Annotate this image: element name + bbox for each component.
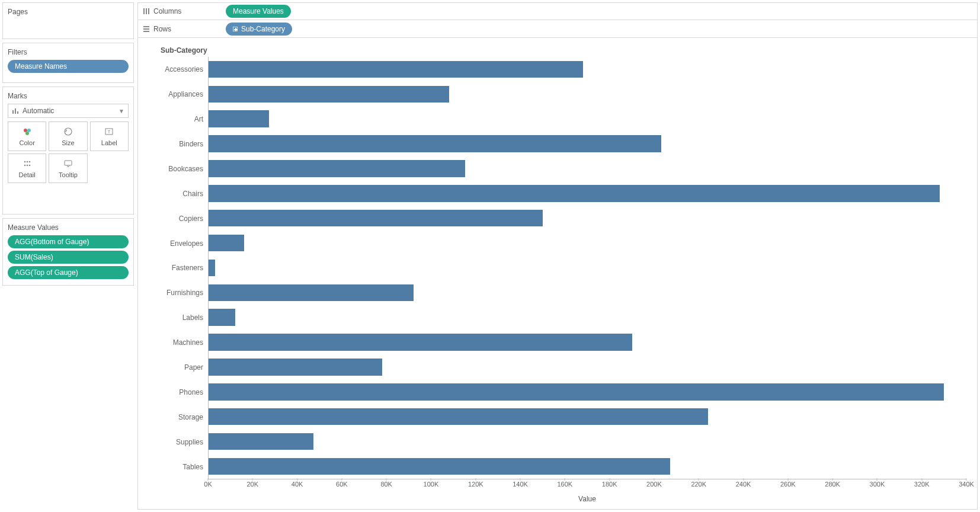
y-axis-category-label: Supplies bbox=[149, 430, 208, 455]
marks-card: Marks Automatic ▼ Color Size bbox=[2, 87, 134, 215]
x-axis-tick-label: 340K bbox=[959, 481, 974, 488]
svg-point-11 bbox=[28, 161, 30, 163]
marks-size-button[interactable]: Size bbox=[49, 121, 87, 151]
expand-icon bbox=[233, 27, 238, 31]
y-axis-category-label: Art bbox=[149, 107, 208, 132]
marks-color-label: Color bbox=[20, 139, 35, 146]
svg-point-4 bbox=[27, 129, 31, 132]
bar[interactable] bbox=[209, 334, 632, 350]
svg-rect-15 bbox=[65, 161, 72, 165]
bar-row bbox=[209, 305, 966, 330]
measure-values-shelf[interactable]: Measure Values AGG(Bottom of Gauge) SUM(… bbox=[2, 218, 134, 286]
tooltip-icon bbox=[63, 158, 73, 169]
y-axis-category-label: Paper bbox=[149, 355, 208, 380]
x-axis-tick-label: 0K bbox=[204, 481, 212, 488]
y-axis-category-label: Bookcases bbox=[149, 156, 208, 181]
x-axis-ticks: 0K20K40K60K80K100K120K140K160K180K200K22… bbox=[208, 481, 966, 491]
bar[interactable] bbox=[209, 408, 708, 425]
marks-size-label: Size bbox=[62, 139, 74, 146]
bar[interactable] bbox=[209, 135, 661, 152]
mv-pill[interactable]: AGG(Top of Gauge) bbox=[8, 266, 129, 279]
y-axis-labels: AccessoriesAppliancesArtBindersBookcases… bbox=[149, 57, 208, 479]
chevron-down-icon: ▼ bbox=[119, 108, 124, 114]
y-axis-category-label: Machines bbox=[149, 330, 208, 355]
rows-label: Rows bbox=[153, 25, 171, 33]
x-axis-tick-label: 200K bbox=[646, 481, 662, 488]
color-icon bbox=[23, 126, 32, 137]
bar[interactable] bbox=[209, 383, 944, 400]
x-axis-tick-label: 140K bbox=[513, 481, 528, 488]
pages-shelf[interactable]: Pages bbox=[2, 2, 134, 39]
bar[interactable] bbox=[209, 359, 382, 375]
marks-detail-button[interactable]: Detail bbox=[8, 153, 46, 183]
marks-tooltip-button[interactable]: Tooltip bbox=[49, 153, 87, 183]
x-axis-tick-label: 180K bbox=[602, 481, 617, 488]
marks-color-button[interactable]: Color bbox=[8, 121, 46, 151]
bar[interactable] bbox=[209, 86, 449, 103]
x-axis-tick-label: 80K bbox=[380, 481, 392, 488]
marks-label-label: Label bbox=[101, 139, 117, 146]
svg-point-3 bbox=[24, 129, 27, 132]
bar-row bbox=[209, 181, 966, 206]
marks-title: Marks bbox=[8, 91, 129, 104]
bar[interactable] bbox=[209, 433, 313, 450]
bar[interactable] bbox=[209, 61, 583, 78]
bar[interactable] bbox=[209, 185, 940, 201]
x-axis-tick-label: 120K bbox=[468, 481, 483, 488]
filter-pill-measure-names[interactable]: Measure Names bbox=[8, 60, 129, 73]
columns-shelf[interactable]: Columns Measure Values bbox=[137, 2, 978, 20]
svg-rect-2 bbox=[17, 111, 18, 114]
marks-label-button[interactable]: T Label bbox=[90, 121, 129, 151]
bar[interactable] bbox=[209, 235, 244, 251]
rows-icon bbox=[143, 25, 150, 33]
visualization-panel[interactable]: Sub-Category AccessoriesAppliancesArtBin… bbox=[137, 38, 978, 510]
rows-shelf[interactable]: Rows Sub-Category bbox=[137, 20, 978, 38]
mark-type-select[interactable]: Automatic ▼ bbox=[8, 104, 129, 118]
bar[interactable] bbox=[209, 260, 215, 276]
x-axis-tick-label: 40K bbox=[292, 481, 303, 488]
x-axis-title: Value bbox=[208, 495, 966, 503]
y-axis-category-label: Furnishings bbox=[149, 280, 208, 305]
bar[interactable] bbox=[209, 458, 670, 475]
bar[interactable] bbox=[209, 284, 414, 301]
pill-label: Measure Names bbox=[15, 62, 67, 71]
bar-chart-icon bbox=[12, 107, 19, 114]
mv-pill[interactable]: AGG(Bottom of Gauge) bbox=[8, 235, 129, 248]
x-axis: 0K20K40K60K80K100K120K140K160K180K200K22… bbox=[149, 481, 966, 491]
pages-title: Pages bbox=[8, 7, 129, 20]
mark-type-label: Automatic bbox=[23, 107, 54, 115]
svg-rect-20 bbox=[143, 28, 149, 30]
x-axis-tick-label: 260K bbox=[780, 481, 796, 488]
y-axis-category-label: Chairs bbox=[149, 181, 208, 206]
filters-title: Filters bbox=[8, 47, 129, 60]
filters-shelf[interactable]: Filters Measure Names bbox=[2, 43, 134, 83]
bar[interactable] bbox=[209, 210, 543, 226]
marks-buttons: Color Size T Label Detail bbox=[8, 121, 129, 183]
x-axis-tick-label: 300K bbox=[870, 481, 885, 488]
x-axis-tick-label: 320K bbox=[914, 481, 930, 488]
measure-values-title: Measure Values bbox=[8, 222, 129, 235]
x-axis-tick-label: 60K bbox=[336, 481, 348, 488]
bar-row bbox=[209, 156, 966, 181]
bar[interactable] bbox=[209, 160, 465, 177]
pill-label: Sub-Category bbox=[241, 25, 285, 33]
columns-label: Columns bbox=[153, 7, 181, 15]
x-axis-tick-label: 100K bbox=[424, 481, 439, 488]
mv-pill[interactable]: SUM(Sales) bbox=[8, 251, 129, 264]
bar[interactable] bbox=[209, 110, 269, 127]
columns-pill-measure-values[interactable]: Measure Values bbox=[226, 5, 291, 18]
bar-row bbox=[209, 355, 966, 380]
x-axis-tick-label: 220K bbox=[691, 481, 706, 488]
columns-icon bbox=[143, 8, 150, 15]
x-axis-tick-label: 280K bbox=[825, 481, 840, 488]
y-axis-category-label: Labels bbox=[149, 305, 208, 330]
rows-pill-sub-category[interactable]: Sub-Category bbox=[226, 23, 292, 36]
svg-rect-17 bbox=[146, 8, 147, 14]
svg-rect-1 bbox=[15, 108, 16, 114]
bar-row bbox=[209, 132, 966, 156]
svg-rect-21 bbox=[143, 31, 149, 32]
bar[interactable] bbox=[209, 309, 235, 325]
bar-row bbox=[209, 379, 966, 404]
svg-point-13 bbox=[26, 165, 28, 167]
svg-point-12 bbox=[24, 165, 25, 167]
